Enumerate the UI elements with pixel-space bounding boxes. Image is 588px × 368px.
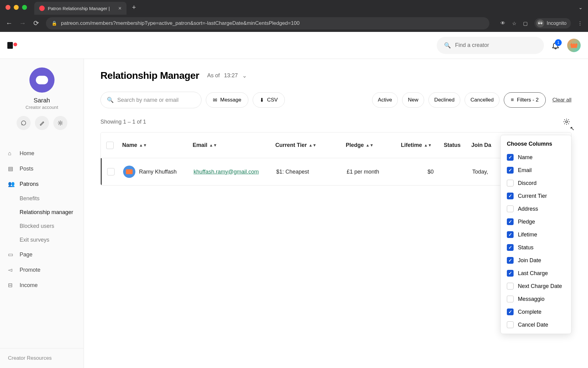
button-label: Active: [378, 97, 392, 103]
creator-avatar[interactable]: [29, 67, 55, 93]
back-button[interactable]: ←: [6, 19, 13, 27]
nav-label: Page: [20, 251, 32, 258]
forward-button[interactable]: →: [19, 19, 26, 27]
sidebar-item-posts[interactable]: ▤Posts: [0, 161, 84, 176]
checkbox-icon: [507, 309, 514, 315]
column-toggle-address[interactable]: Address: [501, 202, 571, 215]
maximize-window-icon[interactable]: [22, 5, 27, 10]
send-icon: ✉: [213, 97, 217, 103]
chat-button[interactable]: [17, 116, 31, 130]
notifications-button[interactable]: 1: [551, 41, 560, 50]
col-name[interactable]: Name▲▼: [119, 142, 190, 148]
column-toggle-label: Status: [518, 244, 533, 251]
button-label: Cancelled: [470, 97, 494, 103]
minimize-window-icon[interactable]: [14, 5, 19, 10]
sidebar: Sarah Creator account ⌂Home ▤Posts 👥Patr…: [0, 59, 84, 368]
member-search-input[interactable]: 🔍 Search by name or email: [100, 92, 202, 108]
page-icon: ▭: [8, 251, 15, 258]
sidebar-item-promote[interactable]: ◅Promote: [0, 262, 84, 278]
col-tier[interactable]: Current Tier▲▼: [272, 142, 343, 148]
reload-button[interactable]: ⟳: [32, 19, 40, 27]
user-avatar[interactable]: [567, 39, 581, 52]
column-toggle-label: Last Charge: [518, 270, 548, 277]
incognito-badge[interactable]: 🕶 Incognito: [534, 18, 571, 29]
asof-label: As of: [207, 72, 220, 79]
columns-settings-button[interactable]: [562, 117, 571, 127]
checkbox-icon: [507, 257, 514, 264]
column-toggle-current-tier[interactable]: Current Tier: [501, 190, 571, 202]
button-label: Declined: [434, 97, 454, 103]
select-all-checkbox[interactable]: [106, 142, 114, 149]
eye-off-icon[interactable]: 👁: [500, 21, 505, 26]
patreon-logo[interactable]: [7, 42, 17, 49]
col-lifetime[interactable]: Lifetime▲▼: [398, 142, 441, 148]
column-toggle-name[interactable]: Name: [501, 151, 571, 164]
settings-button[interactable]: [53, 116, 67, 130]
browser-tab[interactable]: Patron Relationship Manager | ×: [34, 2, 126, 15]
segment-declined[interactable]: Declined: [428, 92, 460, 108]
sidebar-subitem-relationship-manager[interactable]: Relationship manager: [0, 205, 84, 219]
checkbox-icon: [507, 231, 514, 238]
tabs-dropdown-icon[interactable]: ⌄: [579, 5, 582, 10]
column-toggle-join-date[interactable]: Join Date: [501, 254, 571, 267]
toolbar: 🔍 Search by name or email ✉ Message ⬇ CS…: [100, 92, 571, 108]
segment-cancelled[interactable]: Cancelled: [465, 92, 499, 108]
cell-value: £1 per month: [347, 169, 379, 175]
bookmark-star-icon[interactable]: ☆: [512, 21, 516, 26]
close-tab-icon[interactable]: ×: [118, 5, 122, 12]
column-toggle-label: Lifetime: [518, 232, 537, 238]
clear-all-link[interactable]: Clear all: [552, 97, 571, 103]
column-toggle-status[interactable]: Status: [501, 241, 571, 254]
column-toggle-discord[interactable]: Discord: [501, 177, 571, 190]
csv-button[interactable]: ⬇ CSV: [253, 92, 285, 108]
creator-name: Sarah: [34, 97, 50, 104]
column-toggle-messaggio[interactable]: Messaggio: [501, 293, 571, 305]
button-label: Message: [220, 97, 241, 103]
kebab-menu-icon[interactable]: ⋮: [578, 21, 582, 26]
col-email[interactable]: Email▲▼: [190, 142, 272, 148]
column-toggle-next-charge-date[interactable]: Next Charge Date: [501, 280, 571, 293]
col-pledge[interactable]: Pledge▲▼: [343, 142, 398, 148]
filters-button[interactable]: ≡ Filters - 2: [504, 92, 546, 108]
column-toggle-last-charge[interactable]: Last Charge: [501, 267, 571, 280]
sidebar-subitem-blocked-users[interactable]: Blocked users: [0, 219, 84, 233]
global-search[interactable]: 🔍 Find a creator: [437, 37, 544, 54]
column-toggle-pledge[interactable]: Pledge: [501, 215, 571, 228]
sidebar-subitem-exit-surveys[interactable]: Exit surveys: [0, 233, 84, 247]
row-checkbox[interactable]: [107, 168, 115, 175]
cell-email[interactable]: khuffash.ramy@gmail.com: [190, 169, 273, 175]
new-tab-button[interactable]: +: [132, 3, 136, 11]
segment-active[interactable]: Active: [372, 92, 398, 108]
column-toggle-cancel-date[interactable]: Cancel Date: [501, 318, 571, 331]
sidebar-item-patrons[interactable]: 👥Patrons: [0, 176, 84, 192]
popover-title: Choose Columns: [501, 141, 571, 151]
checkbox-icon: [507, 296, 514, 302]
message-button[interactable]: ✉ Message: [206, 92, 248, 108]
segment-new[interactable]: New: [402, 92, 424, 108]
column-toggle-label: Complete: [518, 309, 541, 315]
column-toggle-email[interactable]: Email: [501, 164, 571, 177]
sidebar-footer-link[interactable]: Creator Resources: [0, 348, 84, 368]
checkbox-icon: [507, 180, 514, 186]
button-label: New: [408, 97, 418, 103]
sidebar-item-page[interactable]: ▭Page: [0, 247, 84, 262]
sidebar-item-home[interactable]: ⌂Home: [0, 146, 84, 161]
as-of-selector[interactable]: As of 13:27 ⌄: [207, 72, 247, 79]
column-toggle-lifetime[interactable]: Lifetime: [501, 228, 571, 241]
edit-button[interactable]: [35, 116, 49, 130]
sidebar-item-income[interactable]: ⊟Income: [0, 278, 84, 293]
sidebar-subitem-benefits[interactable]: Benefits: [0, 192, 84, 205]
promote-icon: ◅: [8, 266, 15, 273]
panel-icon[interactable]: ▢: [523, 21, 528, 26]
column-toggle-complete[interactable]: Complete: [501, 305, 571, 318]
member-email: khuffash.ramy@gmail.com: [194, 169, 259, 175]
member-avatar: [123, 166, 135, 178]
sort-icon: ▲▼: [424, 143, 432, 148]
result-count: Showing 1 – 1 of 1: [100, 119, 146, 125]
address-bar[interactable]: 🔒 patreon.com/members?membershipType=act…: [46, 17, 489, 29]
cell-tier: $1: Cheapest: [273, 169, 344, 175]
close-window-icon[interactable]: [6, 5, 10, 10]
col-label: Email: [193, 142, 207, 148]
col-status[interactable]: Status: [441, 142, 468, 148]
sliders-icon: ≡: [511, 97, 514, 103]
